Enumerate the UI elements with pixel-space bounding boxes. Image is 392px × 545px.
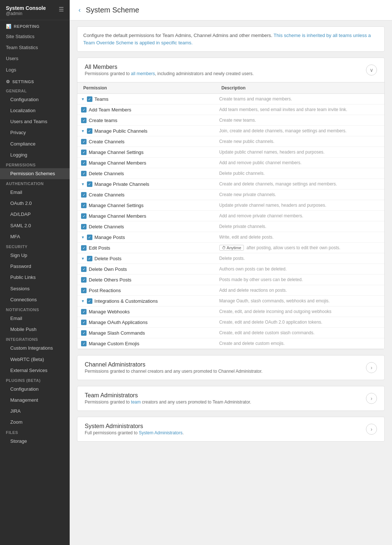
cb-priv-members-box[interactable]: ✓: [81, 213, 87, 219]
cb-pub-members-box[interactable]: ✓: [81, 160, 87, 166]
sidebar-item-storage[interactable]: Storage: [0, 436, 70, 447]
channel-admins-toggle[interactable]: ›: [366, 362, 377, 373]
sidebar-item-configuration[interactable]: Configuration: [0, 94, 70, 105]
collapse-priv-channels[interactable]: ▼: [81, 182, 85, 186]
desc-pub-create: Create new public channels.: [216, 136, 384, 147]
collapse-teams[interactable]: ▼: [81, 97, 85, 101]
table-row: ✓ Delete Channels Delete public channels…: [77, 168, 384, 179]
cb-add-team-members-box[interactable]: ✓: [81, 107, 87, 113]
cb-pub-delete-box[interactable]: ✓: [81, 171, 87, 176]
sidebar-item-users[interactable]: Users: [0, 53, 70, 64]
cb-custom-emojis-box[interactable]: ✓: [81, 341, 87, 346]
cb-create-teams-box[interactable]: ✓: [81, 118, 87, 123]
sidebar-item-privacy[interactable]: Privacy: [0, 127, 70, 138]
sidebar-item-connections[interactable]: Connections: [0, 294, 70, 305]
sidebar-item-plugins-config[interactable]: Configuration: [0, 384, 70, 395]
sidebar-item-mobile-push[interactable]: Mobile Push: [0, 324, 70, 335]
sidebar-item-external-services[interactable]: External Services: [0, 365, 70, 376]
sidebar-item-email-auth[interactable]: Email: [0, 187, 70, 198]
col-permission: Permission: [77, 82, 216, 94]
sidebar-item-zoom[interactable]: Zoom: [0, 417, 70, 428]
cb-priv-create-box[interactable]: ✓: [81, 192, 87, 198]
team-admins-link[interactable]: team: [131, 399, 141, 405]
hamburger-icon[interactable]: ☰: [59, 6, 64, 13]
subsection-permissions: PERMISSIONS: [0, 161, 70, 168]
cb-teams-box[interactable]: ✓: [87, 96, 92, 102]
sidebar-item-adldap[interactable]: AD/LDAP: [0, 209, 70, 220]
cb-delete-own-box[interactable]: ✓: [81, 266, 87, 272]
channel-admins-header[interactable]: Channel Administrators Permissions grant…: [77, 356, 384, 380]
cb-delete-posts-box[interactable]: ✓: [87, 256, 92, 261]
cb-pub-channels-box[interactable]: ✓: [87, 128, 92, 134]
sidebar-item-public-links[interactable]: Public Links: [0, 272, 70, 283]
table-row: ✓ Delete Channels Delete private channel…: [77, 221, 384, 232]
desc-oauth-apps: Create, edit and delete OAuth 2.0 applic…: [216, 317, 384, 328]
team-admins-toggle[interactable]: ›: [366, 393, 377, 404]
collapse-posts[interactable]: ▼: [81, 235, 85, 239]
desc-priv-channels: Create and delete channels, manage setti…: [216, 179, 384, 189]
system-admins-header[interactable]: System Administrators Full permissions g…: [77, 417, 384, 441]
cb-slash-commands-box[interactable]: ✓: [81, 330, 87, 336]
sidebar-item-sessions[interactable]: Sessions: [0, 283, 70, 294]
sidebar-item-mfa[interactable]: MFA: [0, 231, 70, 242]
desc-edit-posts: ⏱ Anytime after posting, allow users to …: [216, 243, 384, 253]
cb-pub-settings-box[interactable]: ✓: [81, 150, 87, 155]
cb-edit-posts-box[interactable]: ✓: [81, 245, 87, 251]
all-members-header[interactable]: All Members Permissions granted to all m…: [77, 58, 384, 82]
cb-delete-others-box[interactable]: ✓: [81, 277, 87, 283]
desc-custom-emojis: Create and delete custom emojis.: [216, 338, 384, 349]
sidebar-item-password[interactable]: Password: [0, 261, 70, 272]
cb-priv-settings: ✓ Manage Channel Settings: [81, 203, 144, 208]
desc-create-teams: Create new teams.: [216, 115, 384, 126]
cb-priv-settings-box[interactable]: ✓: [81, 203, 87, 208]
collapse-integrations[interactable]: ▼: [81, 299, 85, 303]
sidebar-item-notif-email[interactable]: Email: [0, 313, 70, 324]
cb-delete-posts: ✓ Delete Posts: [87, 256, 122, 261]
all-members-toggle[interactable]: ∨: [366, 65, 377, 76]
sidebar-item-plugins-mgmt[interactable]: Management: [0, 395, 70, 406]
sidebar-item-oauth2[interactable]: OAuth 2.0: [0, 198, 70, 209]
table-row: ▼ ✓ Integrations & Customizations Manage…: [77, 296, 384, 306]
sidebar-item-permission-schemes[interactable]: Permission Schemes: [0, 168, 70, 179]
collapse-delete-posts[interactable]: ▼: [81, 257, 85, 261]
collapse-pub-channels[interactable]: ▼: [81, 129, 85, 133]
system-admins-card: System Administrators Full permissions g…: [77, 417, 385, 442]
desc-pub-settings: Update public channel names, headers and…: [216, 147, 384, 158]
sidebar-item-compliance[interactable]: Compliance: [0, 139, 70, 150]
sidebar-item-users-teams[interactable]: Users and Teams: [0, 116, 70, 127]
back-button[interactable]: ‹: [78, 6, 81, 14]
cb-delete-others: ✓ Delete Others Posts: [81, 277, 131, 283]
sidebar-item-sign-up[interactable]: Sign Up: [0, 250, 70, 261]
cb-webhooks-box[interactable]: ✓: [81, 309, 87, 314]
system-admins-toggle[interactable]: ›: [366, 424, 377, 435]
cb-oauth-apps-box[interactable]: ✓: [81, 320, 87, 325]
desc-delete-others: Posts made by other users can be deleted…: [216, 275, 384, 285]
desc-pub-delete: Delete public channels.: [216, 168, 384, 179]
sidebar-item-saml[interactable]: SAML 2.0: [0, 220, 70, 231]
sidebar-item-custom-integrations[interactable]: Custom Integrations: [0, 343, 70, 354]
sidebar-item-localization[interactable]: Localization: [0, 105, 70, 116]
channel-admins-subtitle: Permissions granted to channel creators …: [85, 369, 263, 374]
channel-admins-card: Channel Administrators Permissions grant…: [77, 355, 385, 380]
info-text: Configure the default permissions for Te…: [83, 33, 274, 38]
cb-post-reactions-box[interactable]: ✓: [81, 288, 87, 293]
sidebar-item-jira[interactable]: JIRA: [0, 406, 70, 417]
sidebar-item-logging[interactable]: Logging: [0, 150, 70, 161]
sidebar-item-site-statistics[interactable]: Site Statistics: [0, 31, 70, 42]
table-row: ✓ Create Channels Create new public chan…: [77, 136, 384, 147]
team-admins-header[interactable]: Team Administrators Permissions granted …: [77, 386, 384, 410]
table-row: ✓ Post Reactions Add and delete reaction…: [77, 285, 384, 296]
all-members-link[interactable]: all members: [131, 71, 155, 76]
cb-priv-channels-box[interactable]: ✓: [87, 181, 92, 187]
cb-pub-create-box[interactable]: ✓: [81, 139, 87, 144]
table-row: ✓ Edit Posts ⏱ Anytime after posting, al…: [77, 243, 384, 253]
cb-posts-box[interactable]: ✓: [87, 235, 92, 240]
subsection-notifications: NOTIFICATIONS: [0, 305, 70, 313]
cb-priv-delete-box[interactable]: ✓: [81, 224, 87, 229]
cb-integrations-box[interactable]: ✓: [87, 298, 92, 304]
anytime-badge[interactable]: ⏱ Anytime: [219, 245, 244, 251]
sidebar-item-webrtc[interactable]: WebRTC (Beta): [0, 354, 70, 365]
sidebar-item-logs[interactable]: Logs: [0, 65, 70, 76]
system-admins-link[interactable]: System Administrators: [139, 430, 182, 435]
sidebar-item-team-statistics[interactable]: Team Statistics: [0, 42, 70, 53]
